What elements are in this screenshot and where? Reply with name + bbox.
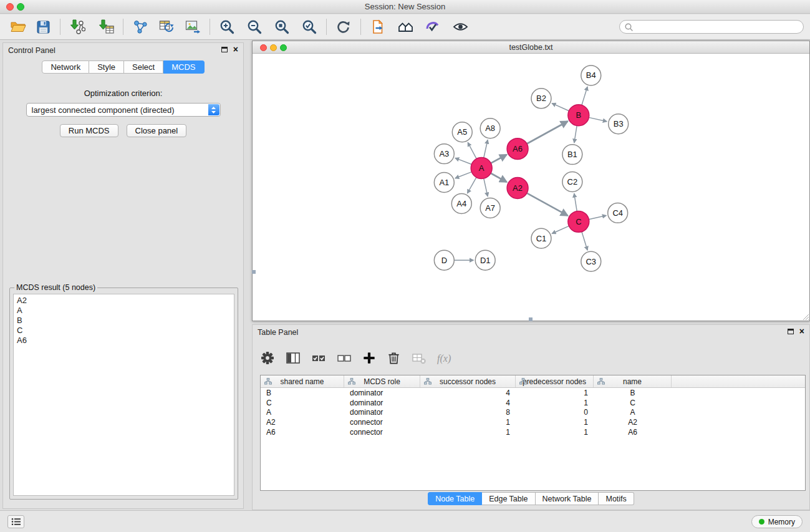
graph-node-A8[interactable]: A8 bbox=[480, 118, 500, 138]
mcds-result-list[interactable]: A2ABCA6 bbox=[13, 294, 234, 496]
graph-node-A4[interactable]: A4 bbox=[451, 193, 471, 213]
mcds-result-item[interactable]: A6 bbox=[17, 336, 231, 346]
close-table-panel-icon[interactable]: × bbox=[799, 327, 804, 335]
column-header-mcds-role[interactable]: MCDS role bbox=[344, 375, 420, 387]
show-hide-button[interactable] bbox=[450, 16, 471, 37]
apply-style-button[interactable] bbox=[422, 16, 443, 37]
graph-edge-A-A8[interactable] bbox=[484, 140, 488, 158]
graph-node-C4[interactable]: C4 bbox=[608, 203, 628, 223]
network-maximize-button[interactable] bbox=[280, 44, 287, 51]
graph-edge-A-A1[interactable] bbox=[455, 172, 471, 178]
refresh-button[interactable] bbox=[333, 16, 354, 37]
network-canvas[interactable]: AA1A2A3A4A5A6A7A8BB1B2B3B4CC1C2C3C4DD1 bbox=[253, 54, 809, 321]
network-window-titlebar[interactable]: testGlobe.txt bbox=[253, 41, 809, 54]
add-column-button[interactable] bbox=[362, 351, 376, 367]
tab-select[interactable]: Select bbox=[124, 60, 163, 74]
select-columns-button[interactable] bbox=[286, 351, 301, 367]
graph-node-A[interactable]: A bbox=[471, 158, 492, 179]
graph-node-A3[interactable]: A3 bbox=[434, 144, 454, 164]
network-graph[interactable]: AA1A2A3A4A5A6A7A8BB1B2B3B4CC1C2C3C4DD1 bbox=[253, 54, 809, 321]
select-all-button[interactable] bbox=[311, 351, 326, 367]
home-button[interactable] bbox=[395, 16, 416, 37]
criterion-dropdown[interactable]: largest connected component (directed) bbox=[26, 103, 221, 117]
run-mcds-button[interactable]: Run MCDS bbox=[60, 124, 118, 137]
mcds-result-item[interactable]: B bbox=[17, 316, 231, 326]
delete-table-button[interactable] bbox=[412, 351, 427, 367]
network-minimize-button[interactable] bbox=[270, 44, 277, 51]
graph-node-A2[interactable]: A2 bbox=[507, 178, 528, 199]
graph-node-B4[interactable]: B4 bbox=[581, 65, 601, 85]
zoom-selected-button[interactable] bbox=[299, 16, 320, 37]
tab-node-table[interactable]: Node Table bbox=[428, 492, 482, 505]
save-session-button[interactable] bbox=[32, 16, 54, 37]
table-settings-button[interactable] bbox=[260, 351, 275, 367]
graph-edge-A-A7[interactable] bbox=[484, 178, 488, 196]
graph-node-A7[interactable]: A7 bbox=[480, 198, 500, 218]
open-session-button[interactable] bbox=[7, 16, 29, 37]
table-row[interactable]: Bdominator41B bbox=[261, 388, 805, 398]
zoom-out-button[interactable] bbox=[244, 16, 265, 37]
float-table-panel-icon[interactable] bbox=[788, 329, 794, 334]
graph-node-B1[interactable]: B1 bbox=[562, 145, 582, 165]
graph-edge-A-A6[interactable] bbox=[491, 155, 506, 163]
graph-node-C2[interactable]: C2 bbox=[562, 172, 582, 192]
function-builder-button[interactable]: f(x) bbox=[437, 353, 451, 364]
tab-style[interactable]: Style bbox=[89, 60, 124, 74]
graph-node-D1[interactable]: D1 bbox=[475, 250, 495, 270]
network-close-button[interactable] bbox=[260, 44, 267, 51]
graph-edge-A-A5[interactable] bbox=[468, 142, 476, 158]
graph-node-C[interactable]: C bbox=[568, 211, 589, 232]
new-network-button[interactable] bbox=[130, 16, 151, 37]
graph-edge-A-A2[interactable] bbox=[491, 173, 507, 182]
graph-edge-C-C3[interactable] bbox=[582, 232, 587, 251]
graph-edge-A-A4[interactable] bbox=[468, 177, 476, 193]
panel-menu-button[interactable] bbox=[7, 515, 24, 528]
export-image-button[interactable] bbox=[182, 16, 203, 37]
tab-motifs[interactable]: Motifs bbox=[599, 492, 634, 505]
search-input[interactable] bbox=[634, 22, 803, 31]
new-table-button[interactable] bbox=[156, 16, 177, 37]
open-panel-button[interactable] bbox=[367, 16, 388, 37]
table-row[interactable]: Cdominator41C bbox=[261, 398, 805, 408]
graph-edge-B-B1[interactable] bbox=[574, 126, 577, 143]
graph-edge-B-B2[interactable] bbox=[552, 104, 569, 111]
tab-network[interactable]: Network bbox=[42, 60, 89, 74]
resize-grip-icon[interactable] bbox=[801, 312, 809, 321]
graph-edge-A-A3[interactable] bbox=[455, 158, 471, 164]
graph-node-B3[interactable]: B3 bbox=[609, 114, 629, 134]
graph-edge-B-B4[interactable] bbox=[582, 87, 587, 105]
float-panel-icon[interactable] bbox=[221, 47, 228, 52]
mcds-result-item[interactable]: A bbox=[17, 306, 231, 316]
graph-edge-C-C1[interactable] bbox=[552, 226, 569, 233]
mcds-result-item[interactable]: C bbox=[17, 326, 231, 336]
column-header-predecessor-nodes[interactable]: predecessor nodes bbox=[516, 375, 594, 387]
column-header-successor-nodes[interactable]: successor nodes bbox=[420, 375, 516, 387]
graph-node-B2[interactable]: B2 bbox=[531, 89, 551, 109]
table-row[interactable]: A2connector11A2 bbox=[261, 417, 805, 427]
graph-edge-C-C4[interactable] bbox=[589, 215, 606, 219]
close-panel-button[interactable]: Close panel bbox=[127, 124, 187, 137]
graph-node-B[interactable]: B bbox=[568, 105, 589, 126]
window-resize-handle[interactable] bbox=[252, 270, 256, 274]
graph-edge-B-B3[interactable] bbox=[589, 117, 607, 121]
tab-network-table[interactable]: Network Table bbox=[536, 492, 599, 505]
tab-mcds[interactable]: MCDS bbox=[163, 60, 204, 74]
graph-node-D[interactable]: D bbox=[434, 250, 454, 270]
window-resize-handle[interactable] bbox=[529, 317, 533, 321]
import-network-button[interactable] bbox=[67, 16, 88, 37]
column-header-name[interactable]: name bbox=[594, 375, 672, 387]
import-table-button[interactable] bbox=[95, 16, 117, 37]
close-panel-icon[interactable]: × bbox=[233, 46, 238, 53]
graph-node-A5[interactable]: A5 bbox=[452, 122, 472, 142]
graph-node-C1[interactable]: C1 bbox=[531, 228, 551, 248]
zoom-fit-button[interactable] bbox=[271, 16, 292, 37]
tab-edge-table[interactable]: Edge Table bbox=[482, 492, 535, 505]
graph-edge-C-C2[interactable] bbox=[574, 193, 577, 211]
graph-node-A1[interactable]: A1 bbox=[434, 173, 454, 193]
memory-button[interactable]: Memory bbox=[751, 515, 803, 528]
delete-column-button[interactable] bbox=[387, 351, 401, 367]
graph-node-A6[interactable]: A6 bbox=[507, 138, 528, 160]
mcds-result-item[interactable]: A2 bbox=[17, 296, 231, 306]
graph-edge-A2-C[interactable] bbox=[527, 193, 567, 216]
titlebar[interactable]: Session: New Session bbox=[0, 0, 810, 14]
